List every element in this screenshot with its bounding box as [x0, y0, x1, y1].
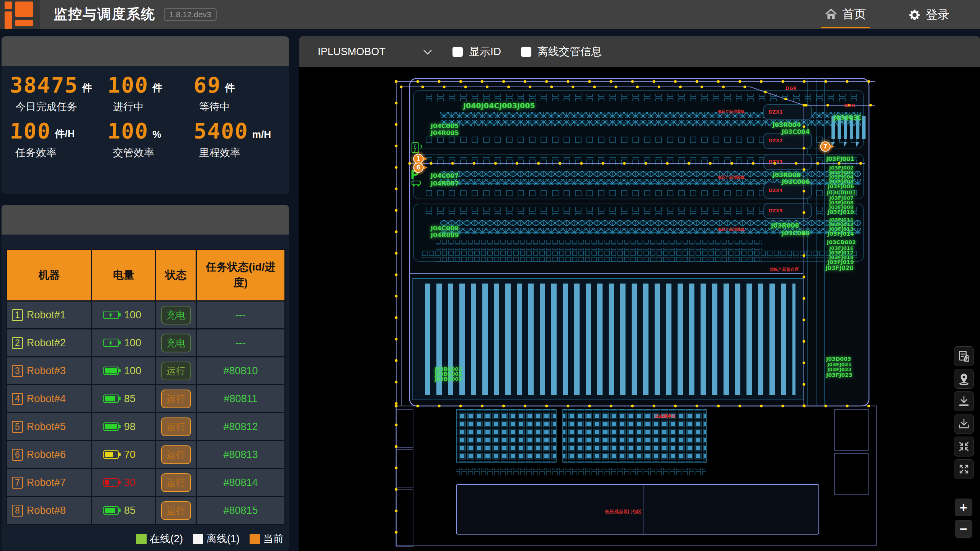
zoom-in-button[interactable]: + — [955, 499, 972, 516]
col-battery: 电量 — [92, 249, 156, 301]
report-unlock-icon — [957, 350, 970, 363]
battery-icon — [103, 395, 119, 403]
task-id: #80815 — [196, 497, 285, 525]
table-row[interactable]: 4Robot#485运行#80811 — [7, 385, 285, 413]
map-label: J03FJ020 — [825, 265, 854, 272]
battery-value: 70 — [124, 449, 144, 461]
map-label: J03BG003 — [434, 376, 462, 382]
collapse-icon — [958, 440, 970, 453]
map-label: J03FJ014 — [827, 231, 854, 237]
robot-number-badge: 7 — [12, 477, 23, 489]
bottom-cluster-b — [563, 409, 706, 462]
battery-value: 100 — [124, 337, 144, 349]
map-select-value: IPLUSMOBOT — [318, 46, 385, 58]
mid-rack-rows — [436, 240, 762, 262]
map-label: J03FJ023 — [826, 372, 853, 378]
table-row[interactable]: 2Robot#2100充电--- — [7, 329, 285, 357]
version-badge: 1.8.12.dev3 — [164, 8, 217, 21]
factory-map[interactable]: P J040J04CJ003J005J04C005J04R005J04C007J… — [299, 67, 980, 551]
report-unlock-button[interactable] — [954, 346, 974, 366]
map-label: J04R005 — [430, 129, 459, 137]
expand-button[interactable] — [954, 459, 974, 479]
task-id: #80814 — [196, 469, 285, 497]
map-label: J03FJ019 — [827, 259, 854, 265]
robot-name: Robot#1 — [27, 309, 66, 321]
battery-icon — [103, 367, 119, 375]
top-nav: 首页 登录 — [821, 1, 953, 28]
download-tray-button[interactable] — [954, 414, 974, 434]
map-control-stack — [954, 346, 974, 479]
status-badge: 运行 — [161, 445, 191, 464]
robot-table: 机器 电量 状态 任务状态(id/进度) 1Robot#1100充电---2Ro… — [6, 249, 286, 525]
home-icon — [825, 8, 838, 20]
battery-icon — [103, 339, 119, 347]
map-label: J03R008 — [771, 222, 799, 229]
task-id: --- — [196, 301, 285, 329]
task-id: --- — [196, 329, 285, 357]
map-label: DTK — [844, 103, 856, 108]
table-row[interactable]: 7Robot#730运行#80814 — [7, 469, 285, 497]
map-label: 低压成品装门包区 — [604, 509, 642, 514]
robot-legend: 在线(2)离线(1)当前 — [136, 532, 284, 546]
map-label: J03D003 — [826, 356, 851, 362]
robot-number-badge: 2 — [12, 337, 23, 349]
robot-number-badge: 1 — [12, 309, 23, 321]
table-row[interactable]: 1Robot#1100充电--- — [7, 301, 285, 329]
app-title: 监控与调度系统 — [54, 5, 155, 24]
robot-number-badge: 4 — [12, 393, 23, 405]
legend-swatch — [250, 534, 260, 544]
status-badge: 充电 — [161, 334, 191, 352]
map-select[interactable]: IPLUSMOBOT — [318, 46, 433, 58]
robot-name: Robot#4 — [27, 393, 66, 405]
map-label: J03FJ010 — [827, 209, 854, 215]
robot-marker-number: 7 — [823, 143, 827, 150]
robot-number-badge: 6 — [12, 449, 23, 461]
map-label: J03FJ006 — [827, 183, 854, 189]
status-badge: 运行 — [161, 417, 191, 436]
show-id-checkbox[interactable] — [452, 47, 463, 57]
robot-number-badge: 8 — [12, 505, 23, 517]
robot-name: Robot#5 — [27, 421, 66, 433]
battery-icon — [103, 422, 119, 431]
offline-traffic-label: 离线交管信息 — [537, 44, 602, 59]
robot-number-badge: 3 — [12, 365, 23, 377]
map-label: 低压产品混装线 — [717, 175, 745, 179]
app-header: 监控与调度系统 1.8.12.dev3 首页 登录 — [0, 0, 980, 29]
location-pin-button[interactable] — [954, 369, 974, 389]
collapse-button[interactable] — [954, 437, 974, 456]
nav-login-label: 登录 — [926, 7, 949, 23]
expand-icon — [958, 463, 970, 475]
robot-table-body: 1Robot#1100充电---2Robot#2100充电---3Robot#3… — [7, 301, 285, 525]
legend-item: 离线(1) — [193, 532, 240, 546]
stats-grid: 38475件 今日完成任务 100件 进行中 69件 等待中 100件/H 任务… — [2, 66, 289, 161]
map-label: DZX4 — [769, 188, 782, 193]
col-machine: 机器 — [7, 249, 92, 301]
download-line-button[interactable] — [954, 391, 974, 411]
col-status: 状态 — [156, 249, 196, 301]
battery-value: 100 — [124, 365, 144, 377]
robot-marker-number: 6 — [416, 164, 420, 171]
nav-home-label: 首页 — [842, 6, 866, 22]
map-label: J03CD002 — [826, 239, 856, 245]
status-badge: 运行 — [161, 501, 191, 520]
map-label: J03FJ022 — [827, 367, 852, 372]
central-rack-zone — [413, 278, 803, 400]
legend-item: 当前 — [250, 532, 284, 546]
offline-traffic-checkbox[interactable] — [521, 47, 531, 57]
stats-panel-header — [2, 36, 289, 66]
map-label: DZX5 — [769, 208, 782, 214]
table-row[interactable]: 3Robot#3100运行#80810 — [7, 357, 285, 385]
nav-login[interactable]: 登录 — [904, 2, 953, 28]
stat-traffic-efficiency: 100% 交管效率 — [108, 121, 194, 161]
table-row[interactable]: 8Robot#885运行#80815 — [7, 497, 285, 525]
map-label: J03CD001 — [826, 189, 856, 196]
nav-home[interactable]: 首页 — [821, 1, 870, 28]
table-row[interactable]: 5Robot#598运行#80812 — [7, 413, 285, 441]
battery-icon — [103, 478, 119, 487]
status-badge: 运行 — [161, 390, 191, 408]
zoom-out-button[interactable]: − — [955, 520, 972, 538]
table-row[interactable]: 6Robot#670运行#80813 — [7, 441, 285, 469]
map-label: J03003C — [833, 114, 862, 121]
battery-icon — [103, 450, 119, 459]
map-label: J03C008 — [781, 230, 810, 237]
